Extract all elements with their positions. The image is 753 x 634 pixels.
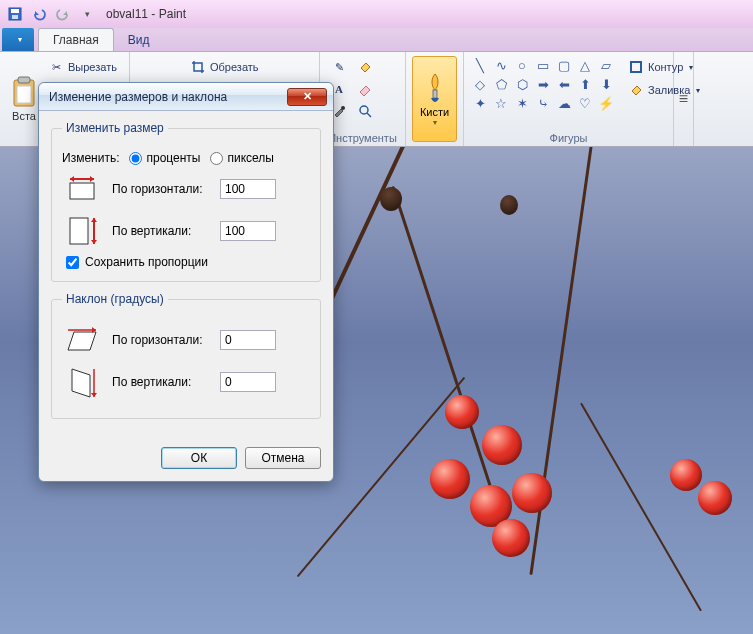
shape-diamond-icon[interactable]: ◇ xyxy=(470,75,490,93)
svg-point-11 xyxy=(341,106,345,110)
svg-rect-5 xyxy=(17,86,31,103)
resize-skew-dialog: Изменение размеров и наклона ✕ Изменить … xyxy=(38,82,334,482)
shape-darrow-icon[interactable]: ⬇ xyxy=(596,75,616,93)
resize-fieldset: Изменить размер Изменить: проценты пиксе… xyxy=(51,121,321,282)
ok-button[interactable]: ОК xyxy=(161,447,237,469)
shape-line-icon[interactable]: ╲ xyxy=(470,56,490,74)
shape-star4-icon[interactable]: ✦ xyxy=(470,94,490,112)
skew-vertical-input[interactable] xyxy=(220,372,276,392)
vertical-label: По вертикали: xyxy=(112,224,210,238)
title-bar: ▾ obval11 - Paint xyxy=(0,0,753,28)
svg-rect-1 xyxy=(11,9,19,13)
radio-pixels[interactable]: пикселы xyxy=(210,151,274,165)
qat-customize-icon[interactable]: ▾ xyxy=(76,3,98,25)
shape-rarrow-icon[interactable]: ➡ xyxy=(533,75,553,93)
shape-curve-icon[interactable]: ∿ xyxy=(491,56,511,74)
skew-horizontal-icon xyxy=(62,322,102,358)
horizontal-label: По горизонтали: xyxy=(112,182,210,196)
undo-icon[interactable] xyxy=(28,3,50,25)
shape-hexagon-icon[interactable]: ⬡ xyxy=(512,75,532,93)
svg-point-12 xyxy=(360,106,368,114)
shape-oval-icon[interactable]: ○ xyxy=(512,56,532,74)
window-title: obval11 - Paint xyxy=(106,7,186,21)
svg-line-13 xyxy=(367,113,371,117)
pencil-icon[interactable]: ✎ xyxy=(326,56,352,78)
close-icon: ✕ xyxy=(303,90,312,103)
tab-view[interactable]: Вид xyxy=(114,28,164,51)
skew-vertical-icon xyxy=(62,364,102,400)
skew-fieldset: Наклон (градусы) По горизонтали: По верт… xyxy=(51,292,321,419)
group-shapes: ╲∿○▭▢△▱ ◇⬠⬡➡⬅⬆⬇ ✦☆✶⤷☁♡⚡ Контур▾ Заливка▾… xyxy=(464,52,674,146)
shape-heart-icon[interactable]: ♡ xyxy=(575,94,595,112)
shape-cloud-icon[interactable]: ☁ xyxy=(554,94,574,112)
redo-icon[interactable] xyxy=(52,3,74,25)
radio-percent[interactable]: проценты xyxy=(129,151,200,165)
shape-polygon-icon[interactable]: △ xyxy=(575,56,595,74)
crop-button[interactable]: Обрезать xyxy=(186,56,304,78)
shape-pentagon-icon[interactable]: ⬠ xyxy=(491,75,511,93)
keep-ratio-input[interactable] xyxy=(66,256,79,269)
shape-bolt-icon[interactable]: ⚡ xyxy=(596,94,616,112)
shape-star5-icon[interactable]: ☆ xyxy=(491,94,511,112)
shapes-label: Фигуры xyxy=(470,130,667,144)
bucket-icon xyxy=(628,82,644,98)
shape-triangle-icon[interactable]: ▱ xyxy=(596,56,616,74)
quick-access-toolbar: ▾ xyxy=(4,3,98,25)
svg-rect-16 xyxy=(70,183,94,199)
dialog-titlebar[interactable]: Изменение размеров и наклона ✕ xyxy=(39,83,333,111)
tab-main[interactable]: Главная xyxy=(38,28,114,51)
skew-v-label: По вертикали: xyxy=(112,375,210,389)
dialog-title: Изменение размеров и наклона xyxy=(49,90,287,104)
resize-horizontal-input[interactable] xyxy=(220,179,276,199)
brushes-button[interactable]: Кисти xyxy=(412,56,457,142)
resize-by-label: Изменить: xyxy=(62,151,119,165)
keep-ratio-checkbox[interactable]: Сохранить пропорции xyxy=(66,255,310,269)
radio-percent-input[interactable] xyxy=(129,152,142,165)
brushes-label: Кисти xyxy=(420,106,449,118)
cut-button[interactable]: ✂Вырезать xyxy=(44,56,131,78)
tools-label: Инструменты xyxy=(326,130,399,144)
shape-callout-icon[interactable]: ⤷ xyxy=(533,94,553,112)
skew-h-label: По горизонтали: xyxy=(112,333,210,347)
crop-icon xyxy=(190,59,206,75)
shape-roundrect-icon[interactable]: ▢ xyxy=(554,56,574,74)
resize-legend: Изменить размер xyxy=(62,121,168,135)
shape-rect-icon[interactable]: ▭ xyxy=(533,56,553,74)
shape-star6-icon[interactable]: ✶ xyxy=(512,94,532,112)
shape-uarrow-icon[interactable]: ⬆ xyxy=(575,75,595,93)
skew-legend: Наклон (градусы) xyxy=(62,292,168,306)
scissors-icon: ✂ xyxy=(48,59,64,75)
group-more: ≡ xyxy=(674,52,694,146)
resize-vertical-icon xyxy=(62,213,102,249)
fill-icon[interactable] xyxy=(352,56,378,78)
ribbon-tabs: Главная Вид xyxy=(0,28,753,52)
shapes-gallery[interactable]: ╲∿○▭▢△▱ ◇⬠⬡➡⬅⬆⬇ ✦☆✶⤷☁♡⚡ xyxy=(470,56,616,130)
radio-pixels-input[interactable] xyxy=(210,152,223,165)
cancel-button[interactable]: Отмена xyxy=(245,447,321,469)
svg-rect-18 xyxy=(70,218,88,244)
group-brushes: Кисти xyxy=(406,52,464,146)
resize-vertical-input[interactable] xyxy=(220,221,276,241)
eraser-icon[interactable] xyxy=(352,78,378,100)
resize-horizontal-icon xyxy=(62,171,102,207)
paste-button[interactable]: Вста xyxy=(6,56,42,142)
magnifier-icon[interactable] xyxy=(352,100,378,122)
brush-icon xyxy=(421,72,449,106)
skew-horizontal-input[interactable] xyxy=(220,330,276,350)
outline-icon xyxy=(628,59,644,75)
svg-rect-14 xyxy=(433,90,437,98)
dialog-close-button[interactable]: ✕ xyxy=(287,88,327,106)
file-menu-button[interactable] xyxy=(2,28,34,51)
svg-rect-2 xyxy=(12,15,18,19)
shape-larrow-icon[interactable]: ⬅ xyxy=(554,75,574,93)
clipboard-icon xyxy=(8,76,40,108)
paste-label: Вста xyxy=(12,110,36,122)
svg-rect-15 xyxy=(631,62,641,72)
save-icon[interactable] xyxy=(4,3,26,25)
svg-rect-4 xyxy=(18,77,30,83)
